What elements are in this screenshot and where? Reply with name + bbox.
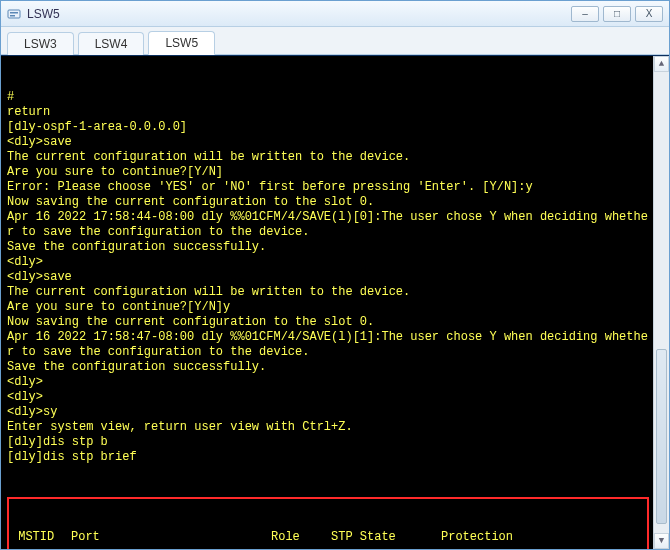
maximize-button[interactable]: □ — [603, 6, 631, 22]
terminal-line: Error: Please choose 'YES' or 'NO' first… — [7, 180, 649, 195]
terminal-line: <dly> — [7, 390, 649, 405]
app-window: LSW5 – □ X LSW3 LSW4 LSW5 #return[dly-os… — [0, 0, 670, 550]
tab-lsw5[interactable]: LSW5 — [148, 31, 215, 55]
scroll-down-button[interactable]: ▼ — [654, 533, 669, 549]
terminal-line: [dly]dis stp brief — [7, 450, 649, 465]
terminal[interactable]: #return[dly-ospf-1-area-0.0.0.0]<dly>sav… — [1, 55, 669, 549]
terminal-line: <dly> — [7, 255, 649, 270]
stp-col-protection: Protection — [441, 530, 541, 545]
terminal-line: Now saving the current configuration to … — [7, 195, 649, 210]
window-title: LSW5 — [27, 7, 60, 21]
tab-lsw3[interactable]: LSW3 — [7, 32, 74, 55]
terminal-line: <dly>sy — [7, 405, 649, 420]
stp-col-mstid: MSTID — [11, 530, 71, 545]
terminal-line: <dly>save — [7, 270, 649, 285]
terminal-line: Now saving the current configuration to … — [7, 315, 649, 330]
terminal-line: <dly> — [7, 375, 649, 390]
scroll-up-button[interactable]: ▲ — [654, 56, 669, 72]
terminal-output: #return[dly-ospf-1-area-0.0.0.0]<dly>sav… — [7, 90, 649, 465]
tabbar: LSW3 LSW4 LSW5 — [1, 27, 669, 55]
terminal-line: return — [7, 105, 649, 120]
terminal-line: [dly]dis stp b — [7, 435, 649, 450]
terminal-line: <dly>save — [7, 135, 649, 150]
minimize-button[interactable]: – — [571, 6, 599, 22]
terminal-line: The current configuration will be writte… — [7, 150, 649, 165]
svg-rect-0 — [8, 10, 20, 18]
terminal-line: Are you sure to continue?[Y/N] — [7, 165, 649, 180]
titlebar: LSW5 – □ X — [1, 1, 669, 27]
stp-col-state: STP State — [331, 530, 441, 545]
app-icon — [7, 7, 21, 21]
stp-brief-box: MSTID Port Role STP State Protection 0 E… — [7, 497, 649, 549]
terminal-line: Are you sure to continue?[Y/N]y — [7, 300, 649, 315]
terminal-line: Save the configuration successfully. — [7, 360, 649, 375]
svg-rect-2 — [10, 15, 15, 17]
terminal-line: Apr 16 2022 17:58:47-08:00 dly %%01CFM/4… — [7, 330, 649, 360]
stp-col-role: Role — [271, 530, 331, 545]
scrollbar[interactable]: ▲ ▼ — [653, 56, 669, 549]
scroll-track[interactable] — [654, 72, 669, 533]
window-controls: – □ X — [571, 6, 663, 22]
scroll-thumb[interactable] — [656, 349, 667, 524]
stp-header-row: MSTID Port Role STP State Protection — [11, 530, 645, 545]
stp-col-port: Port — [71, 530, 271, 545]
terminal-line: Apr 16 2022 17:58:44-08:00 dly %%01CFM/4… — [7, 210, 649, 240]
terminal-line: # — [7, 90, 649, 105]
terminal-line: [dly-ospf-1-area-0.0.0.0] — [7, 120, 649, 135]
terminal-line: Enter system view, return user view with… — [7, 420, 649, 435]
svg-rect-1 — [10, 12, 18, 14]
tab-lsw4[interactable]: LSW4 — [78, 32, 145, 55]
terminal-line: Save the configuration successfully. — [7, 240, 649, 255]
terminal-line: The current configuration will be writte… — [7, 285, 649, 300]
close-button[interactable]: X — [635, 6, 663, 22]
